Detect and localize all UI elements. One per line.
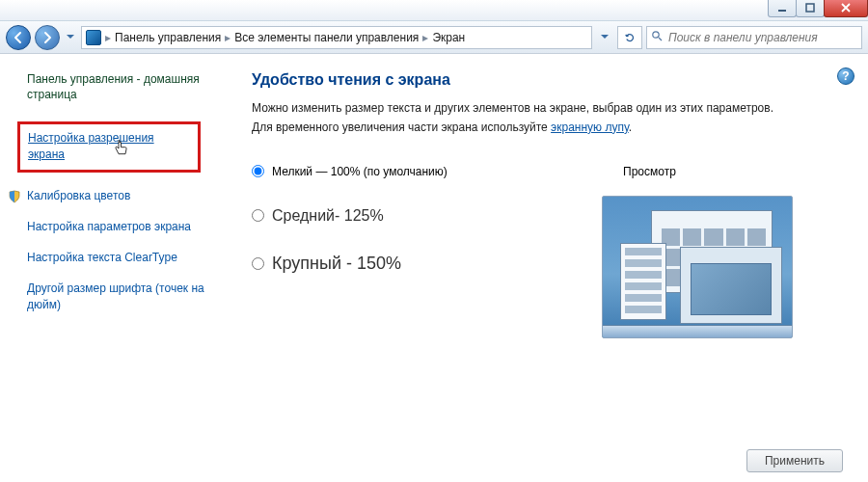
breadcrumb-item[interactable]: Все элементы панели управления <box>234 31 419 44</box>
sidebar-item-cleartype[interactable]: Настройка текста ClearType <box>27 250 209 265</box>
annotation-highlight: Настройка разрешения экрана <box>17 121 201 172</box>
explorer-navbar: ▸ Панель управления ▸ Все элементы панел… <box>0 21 868 54</box>
page-title: Удобство чтения с экрана <box>252 71 843 89</box>
svg-rect-0 <box>778 10 786 12</box>
sidebar-item-params[interactable]: Настройка параметров экрана <box>27 219 209 234</box>
preview-label: Просмотр <box>623 165 843 178</box>
sidebar-home-link[interactable]: Панель управления - домашняя страница <box>27 71 209 102</box>
radio-small-label[interactable]: Мелкий — 100% (по умолчанию) <box>272 165 448 178</box>
maximize-button[interactable] <box>796 0 825 17</box>
svg-line-3 <box>659 38 662 40</box>
page-description-1: Можно изменить размер текста и других эл… <box>252 100 843 117</box>
magnifier-link[interactable]: экранную лупу <box>551 120 629 134</box>
breadcrumb-separator-icon: ▸ <box>225 31 231 44</box>
search-input[interactable] <box>666 30 857 45</box>
address-breadcrumb[interactable]: ▸ Панель управления ▸ Все элементы панел… <box>81 26 592 49</box>
main-panel: ? Удобство чтения с экрана Можно изменит… <box>227 54 868 482</box>
window-titlebar <box>0 0 868 21</box>
back-button[interactable] <box>6 25 31 50</box>
address-dropdown[interactable] <box>596 25 613 50</box>
sidebar-item-label: Калибровка цветов <box>27 189 130 202</box>
svg-rect-1 <box>806 4 814 12</box>
sidebar-item-dpi[interactable]: Другой размер шрифта (точек на дюйм) <box>27 281 209 311</box>
breadcrumb-separator-icon: ▸ <box>105 31 111 44</box>
radio-small[interactable] <box>252 165 264 177</box>
footer: Применить <box>227 449 868 472</box>
refresh-button[interactable] <box>617 26 642 49</box>
breadcrumb-separator-icon: ▸ <box>422 31 428 44</box>
minimize-button[interactable] <box>768 0 797 17</box>
radio-medium-label[interactable]: Средний- 125% <box>272 207 384 225</box>
breadcrumb-item[interactable]: Экран <box>432 31 465 44</box>
apply-button[interactable]: Применить <box>746 449 843 472</box>
shield-icon <box>8 190 21 203</box>
svg-point-2 <box>653 32 659 38</box>
sidebar: Панель управления - домашняя страница На… <box>0 54 227 482</box>
sidebar-item-resolution[interactable]: Настройка разрешения экрана <box>28 130 190 161</box>
close-button[interactable] <box>824 0 868 17</box>
sidebar-item-calibration[interactable]: Калибровка цветов <box>27 188 209 203</box>
help-icon[interactable]: ? <box>837 67 854 85</box>
nav-history-dropdown[interactable] <box>64 25 77 50</box>
scale-options: Мелкий — 100% (по умолчанию) Средний- 12… <box>252 165 602 338</box>
radio-large-label[interactable]: Крупный - 150% <box>272 254 401 274</box>
breadcrumb-item[interactable]: Панель управления <box>115 31 221 44</box>
radio-medium[interactable] <box>252 209 264 222</box>
radio-large[interactable] <box>252 257 264 270</box>
control-panel-window: ▸ Панель управления ▸ Все элементы панел… <box>0 0 868 482</box>
search-box[interactable] <box>646 26 862 49</box>
page-description-2: Для временного увеличения части экрана и… <box>252 120 843 136</box>
control-panel-icon <box>86 30 101 45</box>
search-icon <box>651 30 663 44</box>
forward-button[interactable] <box>35 25 60 50</box>
content-area: Панель управления - домашняя страница На… <box>0 54 868 482</box>
preview-image <box>602 196 793 338</box>
